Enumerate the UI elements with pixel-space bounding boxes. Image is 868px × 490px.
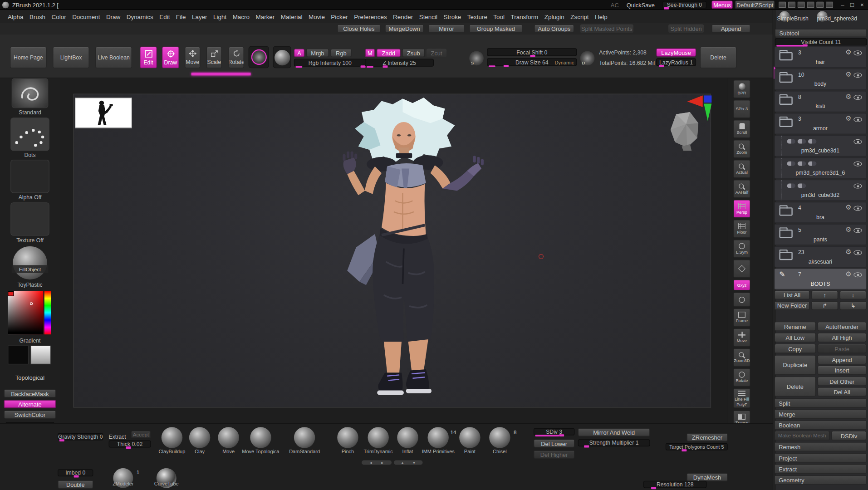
color-picker[interactable]	[8, 291, 52, 336]
texture-thumbnail[interactable]	[10, 202, 49, 235]
eye-icon[interactable]	[853, 162, 862, 167]
shader-toggle[interactable]	[808, 139, 816, 144]
active-brush-name[interactable]: SimpleBrush	[777, 15, 809, 21]
merge-section[interactable]: Merge	[774, 409, 866, 419]
current-brush-thumbnail[interactable]	[12, 78, 49, 108]
quicksave-button[interactable]: QuickSave	[623, 0, 658, 9]
gear-icon[interactable]: ⚙	[845, 270, 851, 278]
menu-draw[interactable]: Draw	[106, 13, 120, 20]
strip-move-button[interactable]: Move	[733, 328, 750, 347]
brush-move-topological-thumbnail[interactable]	[250, 427, 271, 448]
material-thumbnail[interactable]: FillObject	[12, 246, 49, 281]
gear-icon[interactable]: ⚙	[845, 226, 851, 234]
eye-icon[interactable]	[853, 50, 862, 55]
menu-zplugin[interactable]: Zplugin	[544, 13, 564, 20]
strip-persp-button[interactable]: Persp	[733, 200, 750, 218]
all-low-button[interactable]: All Low	[774, 333, 816, 342]
slider-handle[interactable]	[126, 446, 131, 449]
strip-bpr-button[interactable]: BPR	[733, 80, 750, 98]
paste-button[interactable]: Paste	[818, 344, 867, 353]
subtool-row-bra[interactable]: 4 ⚙ bra	[774, 202, 866, 223]
del-all-button[interactable]: Del All	[818, 387, 867, 397]
focal-curve-icon[interactable]: S	[469, 51, 484, 65]
del-lower-button[interactable]: Del Lower	[534, 439, 574, 447]
strip-local-button[interactable]	[733, 260, 750, 278]
switch-color-button[interactable]: SwitchColor	[4, 411, 56, 419]
strip-gxyz-button[interactable]: Gxyz	[733, 279, 750, 290]
delete-subtool-button[interactable]: Delete	[774, 377, 816, 397]
strip-aahalf-button[interactable]: AAHalf	[733, 180, 750, 198]
split-section[interactable]: Split	[774, 398, 866, 408]
live-boolean-button[interactable]: Live Boolean	[95, 47, 132, 69]
maximize-icon[interactable]: □	[850, 1, 854, 8]
strip-zoom-button[interactable]: Zoom	[733, 140, 750, 158]
brush-claybuildup-thumbnail[interactable]	[162, 427, 182, 448]
main-color-swatch[interactable]	[8, 346, 29, 365]
density-curve-icon[interactable]: D	[580, 51, 595, 65]
brush-damstandard-thumbnail[interactable]	[294, 427, 315, 448]
rename-button[interactable]: Rename	[774, 322, 816, 331]
focal-shift-slider[interactable]: Focal Shift 0	[487, 48, 577, 56]
doc-icon[interactable]	[788, 2, 795, 8]
canvas-area[interactable]	[60, 78, 728, 423]
list-all-button[interactable]: List All	[774, 291, 809, 300]
zremesher-button[interactable]: ZRemesher	[687, 433, 727, 441]
thick-slider[interactable]: Thick 0.02	[109, 441, 151, 448]
document-viewport[interactable]	[73, 94, 711, 408]
z-intensity-slider[interactable]: Z Intensity 25	[365, 59, 434, 67]
eye-icon[interactable]	[853, 117, 862, 122]
see-through-slider[interactable]: See-through 0	[662, 1, 707, 8]
subtool-row-body[interactable]: 10 ⚙ body	[774, 69, 866, 90]
mergedown-button[interactable]: MergeDown	[385, 24, 424, 33]
dsdiv-button[interactable]: DSDiv	[831, 431, 866, 441]
strip-zoom3d-button[interactable]: Zoom3D	[733, 348, 750, 367]
zsub-toggle[interactable]: Zsub	[402, 49, 425, 57]
auto-reorder-button[interactable]: AutoReorder	[818, 322, 867, 331]
shader-toggle[interactable]	[787, 139, 795, 144]
shader-toggle[interactable]	[798, 139, 806, 144]
fill-object-button[interactable]: FillObject	[12, 265, 49, 273]
menu-edit[interactable]: Edit	[159, 13, 170, 20]
menu-color[interactable]: Color	[52, 13, 66, 20]
accept-button[interactable]: Accept	[131, 431, 151, 438]
new-folder-button[interactable]: New Folder	[774, 301, 809, 310]
shelf-divider-handle[interactable]: ◄►	[362, 461, 392, 465]
current-stroke-button[interactable]	[249, 46, 269, 68]
split-masked-points-button[interactable]: Split Masked Points	[580, 24, 633, 33]
menu-layer[interactable]: Layer	[192, 13, 207, 20]
subtool-row-pm3d-sphere3d1-6[interactable]: pm3d_sphere3d1_6	[774, 157, 866, 178]
brush-move-thumbnail[interactable]	[218, 427, 239, 448]
dynamic-label[interactable]: Dynamic	[554, 60, 574, 65]
copy-button[interactable]: Copy	[774, 344, 816, 353]
zadd-toggle[interactable]: Zadd	[377, 49, 401, 57]
menus-button[interactable]: Menus	[711, 0, 732, 9]
brush-clay-thumbnail[interactable]	[189, 427, 210, 448]
menu-texture[interactable]: Texture	[467, 13, 487, 20]
eye-icon[interactable]	[853, 73, 862, 78]
shader-toggle[interactable]	[787, 184, 795, 188]
imbed-slider[interactable]: Imbed 0	[58, 469, 93, 476]
shader-toggle[interactable]	[798, 184, 806, 188]
strip-spix-slider[interactable]: SPix 3	[733, 100, 750, 118]
dynamesh-button[interactable]: DynaMesh	[687, 473, 727, 481]
append-button[interactable]: Append	[711, 24, 750, 33]
menu-stroke[interactable]: Stroke	[443, 13, 461, 20]
shader-toggle[interactable]	[798, 162, 806, 166]
shelf-divider-handle[interactable]: ▲▼	[394, 461, 423, 465]
move-button[interactable]: Move	[185, 47, 200, 69]
subtool-row-pm3d-cube3d2[interactable]: pm3d_cube3d2	[774, 180, 866, 201]
mirror-and-weld-button[interactable]: Mirror And Weld	[578, 428, 650, 436]
mirror-button[interactable]: Mirror	[428, 24, 465, 33]
gear-icon[interactable]: ⚙	[845, 70, 851, 78]
gear-icon[interactable]: ⚙	[845, 204, 851, 211]
subtool-row-aksesuari[interactable]: 23 ⚙ aksesuari	[774, 246, 866, 267]
insert-subtool-button[interactable]: Insert	[818, 366, 867, 375]
minimize-icon[interactable]: –	[841, 1, 844, 8]
gear-icon[interactable]: ⚙	[845, 115, 851, 122]
lazy-radius-slider[interactable]: LazyRadius 1	[656, 58, 696, 66]
slider-handle[interactable]	[504, 65, 509, 67]
menu-zscript[interactable]: Zscript	[570, 13, 588, 20]
rotate-button[interactable]: Rotate	[229, 47, 244, 69]
gear-icon[interactable]: ⚙	[845, 248, 851, 255]
subtool-row-pants[interactable]: 5 ⚙ pants	[774, 224, 866, 245]
